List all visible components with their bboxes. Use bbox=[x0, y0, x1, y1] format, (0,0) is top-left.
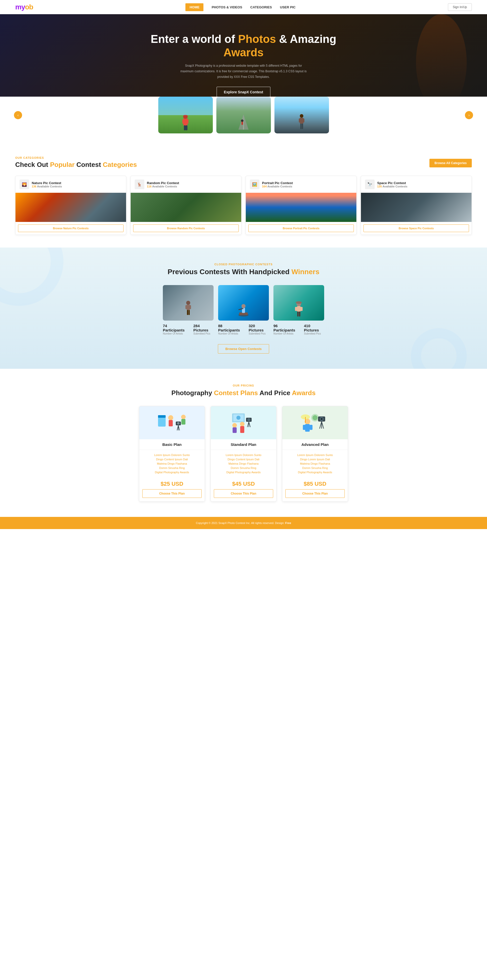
svg-rect-56 bbox=[240, 426, 244, 433]
category-card-nature: 🌄 Nature Pic Contest 136 Available Conte… bbox=[15, 176, 126, 235]
portrait-count-label: Available Contests bbox=[267, 185, 292, 188]
winners-grid: 74 Participants Number Of Artists 284 Pi… bbox=[15, 285, 472, 335]
svg-rect-15 bbox=[302, 124, 303, 129]
svg-point-0 bbox=[183, 115, 188, 119]
browse-random-button[interactable]: Browse Random Pic Contests bbox=[133, 224, 239, 232]
svg-rect-3 bbox=[186, 119, 188, 124]
random-image bbox=[131, 193, 241, 222]
svg-rect-14 bbox=[300, 124, 302, 129]
basic-feature-2: Dingo Content Ipsum Dali bbox=[144, 458, 200, 461]
svg-rect-4 bbox=[184, 125, 186, 130]
advanced-feature-5: Digital Photography Awards bbox=[287, 471, 343, 474]
svg-point-61 bbox=[321, 418, 323, 420]
winners-section: CLOSED PHOTOGRAPHIC CONTESTS Previous Co… bbox=[0, 248, 487, 369]
carousel-prev[interactable]: ‹ bbox=[14, 111, 22, 119]
random-count: 116 bbox=[147, 185, 151, 188]
explore-button[interactable]: Explore SnapX Contest bbox=[216, 87, 271, 97]
pricing-card-standard: Standard Plan Lorem Ipsum Dolorem Sunto … bbox=[210, 406, 277, 502]
space-count: 135 bbox=[377, 185, 382, 188]
winner2-pictures: 320 Pictures bbox=[248, 324, 269, 332]
svg-point-58 bbox=[312, 415, 318, 420]
hero-description: SnapX Photography is a professional webs… bbox=[180, 63, 307, 80]
signup-button[interactable]: Sign In/Up bbox=[448, 3, 472, 11]
choose-advanced-button[interactable]: Choose This Plan bbox=[285, 489, 345, 498]
photo-carousel: ‹ bbox=[0, 97, 487, 143]
carousel-image-3 bbox=[274, 97, 329, 134]
footer: Copyright © 2021 SnapX Photo Contest Inc… bbox=[0, 517, 487, 529]
nature-icon: 🌄 bbox=[19, 180, 29, 189]
portrait-contest-name: Portrait Pic Contest bbox=[262, 181, 293, 185]
pricing-label: OUR PRICING bbox=[15, 384, 472, 387]
svg-rect-54 bbox=[232, 427, 237, 433]
nav-user[interactable]: USER PIC bbox=[280, 5, 296, 9]
svg-rect-9 bbox=[242, 122, 243, 125]
nav-categories[interactable]: CATEGORIES bbox=[250, 5, 272, 9]
winner-card-2: 88 Participants Number Of Artists 320 Pi… bbox=[218, 285, 269, 335]
basic-feature-5: Digital Photography Awards bbox=[144, 471, 200, 474]
svg-point-8 bbox=[241, 119, 244, 122]
svg-point-43 bbox=[181, 415, 186, 419]
basic-feature-3: Maleina Dingo Flashana bbox=[144, 462, 200, 465]
svg-point-53 bbox=[232, 423, 237, 428]
categories-grid: 🌄 Nature Pic Contest 136 Available Conte… bbox=[15, 176, 472, 235]
winner1-participants: 74 Participants bbox=[163, 324, 187, 332]
choose-basic-button[interactable]: Choose This Plan bbox=[142, 489, 202, 498]
browse-nature-button[interactable]: Browse Nature Pic Contests bbox=[18, 224, 124, 232]
svg-rect-21 bbox=[188, 310, 190, 315]
choose-standard-button[interactable]: Choose This Plan bbox=[214, 489, 273, 498]
svg-rect-32 bbox=[297, 312, 299, 317]
space-image bbox=[361, 193, 471, 222]
nav-home[interactable]: HOME bbox=[185, 3, 204, 11]
portrait-count: 164 bbox=[262, 185, 267, 188]
browse-open-contests-button[interactable]: Browse Open Contests bbox=[218, 344, 269, 353]
svg-rect-5 bbox=[186, 125, 188, 130]
carousel-next[interactable]: › bbox=[465, 111, 473, 119]
svg-rect-44 bbox=[181, 419, 185, 425]
svg-rect-66 bbox=[305, 424, 310, 432]
categories-section: OUR CATEGORIES Check Out Popular Contest… bbox=[0, 143, 487, 248]
portrait-icon: 🖼️ bbox=[250, 180, 259, 189]
advanced-price: $85 USD bbox=[282, 479, 348, 489]
space-count-label: Available Contests bbox=[382, 185, 407, 188]
category-card-random: 🦌 Random Pic Contest 116 Available Conte… bbox=[131, 176, 242, 235]
pricing-card-basic: Basic Plan Lorem Ipsum Dolorem Sunto Din… bbox=[139, 406, 205, 502]
random-icon: 🦌 bbox=[135, 180, 144, 189]
standard-price: $45 USD bbox=[211, 479, 276, 489]
footer-link[interactable]: Free bbox=[285, 522, 291, 525]
browse-space-button[interactable]: Browse Space Pic Contests bbox=[363, 224, 469, 232]
basic-feature-1: Lorem Ipsum Dolorem Sunto bbox=[144, 453, 200, 457]
winner2-participants-label: Number Of Artists bbox=[218, 332, 242, 335]
nav-links: HOME PHOTOS & VIDEOS CATEGORIES USER PIC bbox=[185, 3, 296, 11]
standard-plan-name: Standard Plan bbox=[211, 439, 276, 450]
nature-count: 136 bbox=[32, 185, 36, 188]
category-card-portrait: 🖼️ Portrait Pic Contest 164 Available Co… bbox=[245, 176, 356, 235]
category-card-space: 🔭 Space Pic Contest 135 Available Contes… bbox=[361, 176, 472, 235]
svg-point-36 bbox=[168, 415, 173, 420]
winner1-pictures: 284 Pictures bbox=[193, 324, 213, 332]
categories-label: OUR CATEGORIES bbox=[15, 156, 137, 159]
svg-point-55 bbox=[240, 422, 245, 426]
svg-rect-18 bbox=[185, 305, 188, 309]
nav-photos[interactable]: PHOTOS & VIDEOS bbox=[212, 5, 242, 9]
hero-content: Enter a world of Photos & Amazing Awards… bbox=[151, 32, 336, 97]
advanced-plan-name: Advanced Plan bbox=[282, 439, 348, 450]
standard-feature-3: Maleina Dingo Flashana bbox=[216, 462, 271, 465]
pricing-card-advanced: Advanced Plan Lorem Ipsum Dolorem Sunto … bbox=[282, 406, 348, 502]
browse-all-categories-button[interactable]: Browse All Categories bbox=[430, 159, 472, 167]
random-contest-name: Random Pic Contest bbox=[147, 181, 179, 185]
advanced-feature-4: Domm Sinusha Ring bbox=[287, 466, 343, 469]
standard-feature-2: Dingo Content Ipsum Dali bbox=[216, 458, 271, 461]
svg-point-16 bbox=[186, 301, 190, 305]
carousel-image-1 bbox=[158, 97, 213, 134]
browse-portrait-button[interactable]: Browse Portrait Pic Contests bbox=[248, 224, 354, 232]
svg-rect-20 bbox=[187, 310, 188, 315]
svg-rect-34 bbox=[158, 417, 166, 426]
basic-plan-name: Basic Plan bbox=[139, 439, 205, 450]
svg-rect-35 bbox=[158, 415, 166, 418]
carousel-image-2 bbox=[216, 97, 271, 134]
footer-text: Copyright © 2021 SnapX Photo Contest Inc… bbox=[196, 522, 285, 525]
random-count-label: Available Contests bbox=[152, 185, 177, 188]
hero-heading: Enter a world of Photos & Amazing Awards bbox=[151, 32, 336, 59]
advanced-feature-1: Lorem Ipsum Dolorem Sunto bbox=[287, 453, 343, 457]
standard-feature-5: Digital Photography Awards bbox=[216, 471, 271, 474]
